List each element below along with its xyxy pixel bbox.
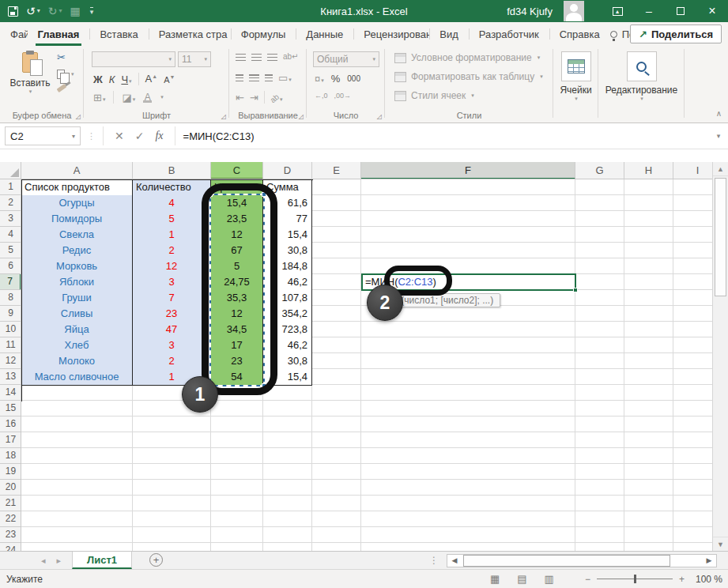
row-header-8[interactable]: 8 [0,290,21,306]
row-header-10[interactable]: 10 [0,322,21,337]
editing-button[interactable]: Редактирование ▾ [598,51,685,102]
vertical-scrollbar[interactable]: ▲ ▼ [712,162,728,551]
decrease-decimal-button[interactable]: ,00→ [334,92,352,100]
table-cell[interactable]: 4 [133,195,211,212]
orientation-button[interactable]: ab▾ [270,92,283,104]
conditional-formatting-button[interactable]: Условное форматирование ▾ [394,52,540,63]
tab-7[interactable]: Вид [429,22,469,46]
table-cell[interactable]: 2 [133,353,211,370]
row-header-7[interactable]: 7 [0,274,21,290]
scroll-down-button[interactable]: ▼ [713,537,728,551]
close-button[interactable]: × [696,0,728,22]
table-cell[interactable]: Сливы [21,306,133,322]
minimize-button[interactable]: – [633,0,665,22]
cut-button[interactable]: ✂ [57,52,66,62]
table-cell[interactable]: 34,5 [211,322,263,338]
tab-9[interactable]: Справка [549,22,610,46]
row-header-1[interactable]: 1 [0,179,21,195]
tab-3[interactable]: Разметка стра [149,22,231,46]
save-button[interactable] [8,6,18,17]
table-cell[interactable]: 2 [133,243,211,259]
table-cell[interactable]: 1 [133,227,211,243]
table-cell[interactable]: 47 [133,322,211,338]
align-middle-button[interactable] [251,54,262,61]
column-header-D[interactable]: D [263,162,312,179]
row-header-11[interactable]: 11 [0,337,21,353]
font-color-button[interactable]: А [143,92,152,103]
table-cell[interactable]: 15,4 [211,195,263,212]
row-header-14[interactable]: 14 [0,385,21,401]
tab-8[interactable]: Разработчик [469,22,549,46]
align-center-button[interactable] [249,74,259,81]
tab-2[interactable]: Вставка [89,22,148,46]
vertical-scroll-thumb[interactable] [715,178,726,296]
table-header-cell[interactable]: Список продуктов [21,179,133,196]
table-cell[interactable]: 12 [133,258,211,275]
formula-bar-grip[interactable]: ⋮ [81,131,103,141]
table-cell[interactable]: 15,4 [263,227,312,243]
increase-indent-button[interactable]: ⇥ [250,92,258,103]
column-header-F[interactable]: F [361,162,575,179]
zoom-level[interactable]: 100 % [696,574,722,585]
table-cell[interactable]: 3 [133,337,211,354]
percent-style-button[interactable]: % [331,74,341,84]
undo-button[interactable]: ↺▾ [26,6,40,17]
column-header-E[interactable]: E [312,162,361,179]
format-as-table-button[interactable]: Форматировать как таблицу ▾ [394,71,543,82]
row-header-24[interactable]: 24 [0,543,21,551]
column-header-H[interactable]: H [624,162,673,179]
table-cell[interactable]: Морковь [21,258,133,275]
column-header-C[interactable]: C [211,162,263,179]
comma-style-button[interactable]: 000 [347,75,360,83]
font-dialog-launcher[interactable]: ◿ [221,113,226,120]
cancel-entry-button[interactable]: ✕ [115,130,124,142]
zoom-in-button[interactable]: + [679,574,685,585]
sheet-tab-list1[interactable]: Лист1 [72,552,132,569]
tab-file[interactable]: Файл [0,22,28,46]
confirm-entry-button[interactable]: ✓ [135,130,145,142]
table-cell[interactable]: Редис [21,243,133,259]
borders-button[interactable]: ⊞▾ [93,92,105,104]
ribbon-display-options-button[interactable]: ▴ [602,0,633,22]
tab-5[interactable]: Данные [296,22,353,46]
insert-function-button[interactable]: fx [155,130,163,142]
new-sheet-button[interactable]: + [149,553,163,567]
column-header-B[interactable]: B [133,162,211,179]
row-header-9[interactable]: 9 [0,306,21,322]
decrease-indent-button[interactable]: ⇤ [236,92,244,103]
table-cell[interactable]: 30,8 [263,243,312,259]
tab-1[interactable]: Главная [28,22,90,46]
scrollbar-resize-grip[interactable]: ⋮ [429,555,447,566]
row-header-19[interactable]: 19 [0,464,21,480]
font-name-combo[interactable]: ▾ [92,51,175,67]
table-cell[interactable]: 184,8 [263,258,312,275]
table-cell[interactable]: 354,2 [263,306,312,322]
previous-sheet-button[interactable]: ◂ [41,556,46,566]
table-cell[interactable]: 23,5 [211,211,263,228]
table-cell[interactable]: 46,2 [263,337,312,354]
row-header-6[interactable]: 6 [0,258,21,274]
row-header-18[interactable]: 18 [0,448,21,464]
align-bottom-button[interactable] [267,54,277,61]
tab-6[interactable]: Рецензирован [353,22,429,46]
touch-mode-button[interactable]: ▦ [70,6,81,17]
table-cell[interactable]: Хлеб [21,337,133,354]
row-header-17[interactable]: 17 [0,432,21,448]
cells-area[interactable]: Список продуктовКоличествоЦенаСуммаОгурц… [21,179,712,551]
row-header-15[interactable]: 15 [0,401,21,416]
fill-color-button[interactable]: ◪▾ [122,92,135,104]
column-header-G[interactable]: G [575,162,624,179]
zoom-out-button[interactable]: − [585,574,590,585]
table-cell[interactable]: 7 [133,290,211,307]
paste-button[interactable]: Вставить ▾ [8,51,52,107]
view-normal-button[interactable]: ▦ [490,573,500,585]
column-header-I[interactable]: I [673,162,712,179]
scroll-right-button[interactable]: ▶ [702,555,716,567]
increase-decimal-button[interactable]: ←,0 [315,92,328,100]
maximize-button[interactable] [665,0,696,22]
bold-button[interactable]: Ж [93,74,103,85]
format-painter-button[interactable] [57,84,67,92]
accounting-format-button[interactable]: ¤▾ [315,73,324,85]
wrap-text-button[interactable]: ab↵ [283,53,299,61]
avatar[interactable] [564,1,584,21]
